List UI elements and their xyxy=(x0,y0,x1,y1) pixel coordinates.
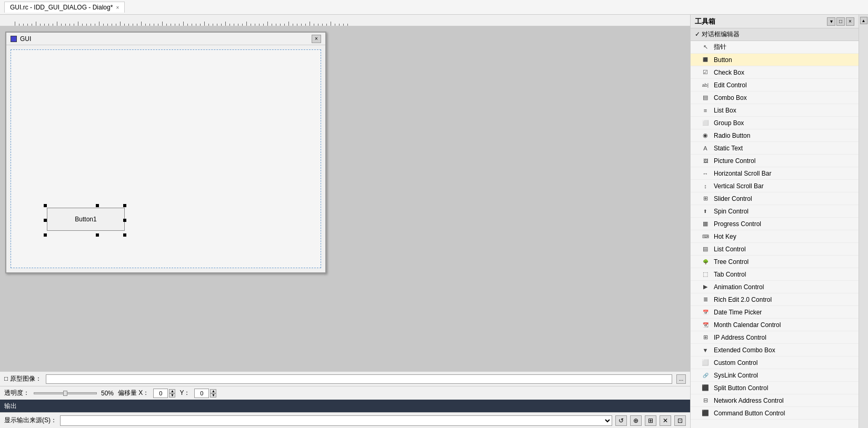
toolbox-item-hscroll[interactable]: Horizontal Scroll Bar xyxy=(691,167,859,180)
toolbox-item-button[interactable]: Button xyxy=(691,54,859,66)
toolbox-panel: 工具箱 ▾ □ × ✓ 对话框编辑器 指针ButtonCheck BoxEdit… xyxy=(690,15,859,428)
toolbox-item-picture[interactable]: Picture Control xyxy=(691,155,859,167)
picture-icon xyxy=(701,157,710,165)
toolbox-item-vscroll[interactable]: Vertical Scroll Bar xyxy=(691,180,859,192)
toolbox-item-anim[interactable]: Animation Control xyxy=(691,281,859,293)
toolbox-item-hotkey[interactable]: Hot Key xyxy=(691,230,859,243)
toolbox-item-label-static: Static Text xyxy=(714,145,743,152)
toolbox-item-label-radio: Radio Button xyxy=(714,132,750,139)
toolbox-section[interactable]: ✓ 对话框编辑器 xyxy=(691,28,859,41)
offset-y-up[interactable]: ▲ xyxy=(210,389,216,393)
output-source-bar: 显示输出来源(S)： ↺ ⊕ ⊞ ✕ ⊡ xyxy=(0,412,690,428)
toolbox-item-static[interactable]: Static Text xyxy=(691,142,859,155)
tab-item[interactable]: GUI.rc - IDD_GUI_DIALOG - Dialog* × xyxy=(4,2,125,13)
opacity-slider[interactable] xyxy=(34,392,97,394)
toolbox-item-label-tab: Tab Control xyxy=(714,271,746,278)
toolbox-item-checkbox[interactable]: Check Box xyxy=(691,66,859,79)
toolbox-item-spin[interactable]: Spin Control xyxy=(691,205,859,218)
output-btn4[interactable]: ✕ xyxy=(660,415,671,426)
toolbox-item-cursor[interactable]: 指针 xyxy=(691,41,859,54)
toolbox-item-label-cursor: 指针 xyxy=(714,43,726,52)
toolbox-float-btn[interactable]: □ xyxy=(836,17,845,26)
toolbox-item-edit[interactable]: Edit Control xyxy=(691,79,859,91)
offset-x-up[interactable]: ▲ xyxy=(169,389,175,393)
slider-icon xyxy=(701,195,710,203)
toolbox-item-label-vscroll: Vertical Scroll Bar xyxy=(714,182,764,190)
handle-br xyxy=(123,233,126,237)
output-btn3[interactable]: ⊞ xyxy=(645,415,656,426)
toolbox-item-label-button: Button xyxy=(714,56,732,64)
toolbox-item-label-progress: Progress Control xyxy=(714,220,761,228)
toolbox-item-label-groupbox: Group Box xyxy=(714,119,744,127)
output-title: 输出 xyxy=(4,402,17,411)
toolbox-item-progress[interactable]: Progress Control xyxy=(691,218,859,230)
offset-y-input[interactable] xyxy=(194,389,209,398)
toolbox-item-radio[interactable]: Radio Button xyxy=(691,129,859,142)
title-bar: GUI.rc - IDD_GUI_DIALOG - Dialog* × xyxy=(0,0,868,15)
tree-icon xyxy=(701,258,710,266)
toolbox-item-label-checkbox: Check Box xyxy=(714,69,744,76)
offset-x-down[interactable]: ▼ xyxy=(169,393,175,398)
custom-icon xyxy=(701,359,710,367)
dialog-close-button[interactable]: × xyxy=(312,35,321,43)
toolbox-item-label-edit: Edit Control xyxy=(714,81,747,89)
toolbox-item-datetime[interactable]: Date Time Picker xyxy=(691,306,859,319)
dialog-content[interactable]: Button1 xyxy=(11,49,321,268)
handle-bm xyxy=(96,233,99,237)
toolbox-item-label-anim: Animation Control xyxy=(714,283,764,291)
strip-btn1[interactable]: ▲ xyxy=(860,17,867,24)
toolbox-pin-btn[interactable]: ▾ xyxy=(827,17,835,26)
datetime-icon xyxy=(701,308,710,317)
toolbox-item-netaddr[interactable]: Network Address Control xyxy=(691,394,859,407)
tab-close-btn[interactable]: × xyxy=(116,5,119,11)
ip-icon xyxy=(701,333,710,342)
toolbox-item-listbox[interactable]: List Box xyxy=(691,104,859,117)
toolbox-close-btn[interactable]: × xyxy=(846,17,854,26)
toolbox-item-label-tree: Tree Control xyxy=(714,258,749,266)
toolbox-item-label-slider: Slider Control xyxy=(714,195,752,202)
offset-y-down[interactable]: ▼ xyxy=(210,393,216,398)
toolbox-item-slider[interactable]: Slider Control xyxy=(691,192,859,205)
toolbox-header: 工具箱 ▾ □ × xyxy=(691,15,859,28)
toolbox-item-tree[interactable]: Tree Control xyxy=(691,256,859,268)
output-btn5[interactable]: ⊡ xyxy=(674,415,686,426)
toolbox-item-monthcal[interactable]: Month Calendar Control xyxy=(691,319,859,331)
groupbox-icon xyxy=(701,119,710,127)
opacity-label: 透明度： xyxy=(4,389,29,398)
button-icon xyxy=(701,56,710,64)
toolbox-item-listctrl[interactable]: List Control xyxy=(691,243,859,256)
dialog-window: GUI × Button1 xyxy=(5,32,326,273)
toolbox-item-splitbtn[interactable]: Split Button Control xyxy=(691,382,859,394)
output-btn2[interactable]: ⊕ xyxy=(630,415,642,426)
cursor-icon xyxy=(701,43,710,52)
selected-button[interactable]: Button1 xyxy=(47,208,125,231)
combo-icon xyxy=(701,94,710,102)
toolbox-item-combo[interactable]: Combo Box xyxy=(691,91,859,104)
output-header: 输出 xyxy=(0,400,690,412)
toolbox-item-richedit[interactable]: Rich Edit 2.0 Control xyxy=(691,293,859,306)
toolbox-item-cmdbtn[interactable]: Command Button Control xyxy=(691,407,859,420)
toolbox-item-label-syslink: SysLink Control xyxy=(714,372,758,379)
offset-x-input[interactable] xyxy=(153,389,168,398)
netaddr-icon xyxy=(701,396,710,405)
spin-icon xyxy=(701,207,710,216)
toolbox-item-label-ip: IP Address Control xyxy=(714,334,766,341)
toolbox-item-ip[interactable]: IP Address Control xyxy=(691,331,859,344)
toolbox-item-syslink[interactable]: SysLink Control xyxy=(691,369,859,382)
canvas-area[interactable]: GUI × Button1 xyxy=(0,26,690,371)
toolbox-item-tab[interactable]: Tab Control xyxy=(691,268,859,281)
toolbox-item-groupbox[interactable]: Group Box xyxy=(691,117,859,129)
toolbox-item-custom[interactable]: Custom Control xyxy=(691,356,859,369)
toolbox-item-label-listbox: List Box xyxy=(714,107,736,114)
listbox-icon xyxy=(701,106,710,115)
handle-ml xyxy=(44,219,47,222)
handle-mr xyxy=(123,219,126,222)
output-source-select[interactable] xyxy=(60,415,612,426)
splitbtn-icon xyxy=(701,384,710,392)
right-strip: ▲ xyxy=(859,15,868,428)
output-btn1[interactable]: ↺ xyxy=(615,415,627,426)
proto-input[interactable] xyxy=(46,374,672,384)
hscroll-icon xyxy=(701,169,710,178)
toolbox-item-extcombo[interactable]: Extended Combo Box xyxy=(691,344,859,356)
proto-browse-btn[interactable]: ... xyxy=(676,374,686,384)
